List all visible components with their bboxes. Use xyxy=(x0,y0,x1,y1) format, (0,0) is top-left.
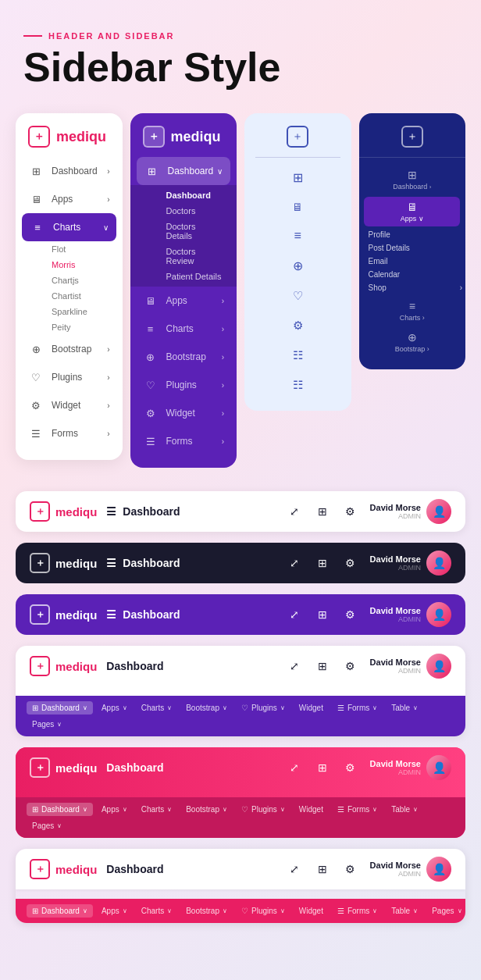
sidebar1-widget[interactable]: ⚙ Widget › xyxy=(16,391,123,419)
grid-icon-5[interactable]: ⊞ xyxy=(312,757,333,778)
settings-icon-6[interactable]: ⚙ xyxy=(340,859,361,879)
sidebar1-dashboard[interactable]: ⊞ Dashboard › xyxy=(16,157,123,185)
grid-icon-4[interactable]: ⊞ xyxy=(312,656,333,676)
logo-icon-4: ＋ xyxy=(401,126,423,148)
sidebar3-icon-forms2[interactable]: ☷ xyxy=(287,372,309,398)
sub-patient-details[interactable]: Patient Details xyxy=(130,269,237,287)
sub-peity[interactable]: Peity xyxy=(52,319,123,335)
sub-calendar[interactable]: Calendar xyxy=(365,268,466,281)
sidebar3-icon-forms1[interactable]: ☷ xyxy=(287,342,309,369)
subnav6-table[interactable]: Table ∨ xyxy=(386,904,423,918)
sidebar1-charts[interactable]: ≡ Charts ∨ xyxy=(22,213,116,241)
avatar-6[interactable]: 👤 xyxy=(426,857,451,882)
avatar-1[interactable]: 👤 xyxy=(426,499,451,524)
subnav4-dashboard[interactable]: ⊞ Dashboard ∨ xyxy=(27,701,93,715)
subnav5-bootstrap[interactable]: Bootstrap ∨ xyxy=(180,803,233,816)
subnav6-charts[interactable]: Charts ∨ xyxy=(136,904,177,918)
sub-shop[interactable]: Shop› xyxy=(365,281,466,294)
settings-icon-5[interactable]: ⚙ xyxy=(340,757,361,778)
sub-chartjs[interactable]: Chartjs xyxy=(52,273,123,288)
sidebar2-apps[interactable]: 🖥 Apps › xyxy=(130,287,237,315)
subnav4-bootstrap[interactable]: Bootstrap ∨ xyxy=(180,701,233,715)
navbar-split: ＋ mediqu Dashboard ⤢ ⊞ ⚙ David Morse ADM… xyxy=(16,849,465,923)
sidebar2-plugins[interactable]: ♡ Plugins › xyxy=(130,371,237,399)
avatar-2[interactable]: 👤 xyxy=(426,551,451,576)
expand-icon-5[interactable]: ⤢ xyxy=(284,757,305,778)
apps-icon-2: 🖥 xyxy=(143,293,159,308)
nav6-user: David Morse ADMIN 👤 xyxy=(370,857,451,882)
sub-flot[interactable]: Flot xyxy=(52,241,123,257)
expand-icon-2[interactable]: ⤢ xyxy=(284,553,305,573)
subnav6-forms[interactable]: ☰ Forms ∨ xyxy=(332,904,383,918)
settings-icon-3[interactable]: ⚙ xyxy=(340,604,361,625)
sidebar3-icon-bootstrap[interactable]: ⊕ xyxy=(287,252,309,280)
subnav5-dashboard[interactable]: ⊞ Dashboard ∨ xyxy=(27,803,93,816)
sidebar1-apps[interactable]: 🖥 Apps › xyxy=(16,185,123,213)
nav2-menu-icon: ☰ xyxy=(106,557,116,569)
subnav4-table[interactable]: Table ∨ xyxy=(386,701,423,715)
expand-icon-1[interactable]: ⤢ xyxy=(284,501,305,522)
subnav6-plugins[interactable]: ♡ Plugins ∨ xyxy=(236,904,290,918)
subnav5-forms[interactable]: ☰ Forms ∨ xyxy=(332,803,383,816)
sidebar3-icon-plugins[interactable]: ♡ xyxy=(287,283,309,309)
grid-icon-6[interactable]: ⊞ xyxy=(312,859,333,879)
sub-post-details[interactable]: Post Details xyxy=(365,241,466,255)
expand-icon-6[interactable]: ⤢ xyxy=(284,859,305,879)
sub-dashboard[interactable]: Dashboard xyxy=(130,185,237,203)
subnav4-apps[interactable]: Apps ∨ xyxy=(96,701,133,715)
subnav4-plugins[interactable]: ♡ Plugins ∨ xyxy=(236,701,290,715)
sidebar3-icon-widget[interactable]: ⚙ xyxy=(287,312,309,339)
settings-icon-4[interactable]: ⚙ xyxy=(340,656,361,676)
sidebar2-charts[interactable]: ≡ Charts › xyxy=(130,315,237,343)
subnav5-plugins[interactable]: ♡ Plugins ∨ xyxy=(236,803,290,816)
subnav5-widget[interactable]: Widget xyxy=(294,803,329,816)
sidebar4-bootstrap[interactable]: ⊕ Bootstrap › xyxy=(364,327,460,357)
nav4-user-info: David Morse ADMIN xyxy=(370,657,421,675)
sub-sparkline[interactable]: Sparkline xyxy=(52,304,123,319)
subnav4-widget[interactable]: Widget xyxy=(294,701,329,715)
settings-icon-1[interactable]: ⚙ xyxy=(340,501,361,522)
sub-morris[interactable]: Morris xyxy=(52,257,123,273)
subnav4-charts[interactable]: Charts ∨ xyxy=(136,701,177,715)
sidebar4-charts[interactable]: ≡ Charts › xyxy=(364,296,460,326)
sidebar2-forms[interactable]: ☰ Forms › xyxy=(130,427,237,455)
sidebar3-icon-dashboard[interactable]: ⊞ xyxy=(287,164,309,191)
sub-chartist[interactable]: Chartist xyxy=(52,288,123,304)
sub-profile[interactable]: Profile xyxy=(365,228,466,241)
sidebar3-icon-charts[interactable]: ≡ xyxy=(288,223,308,249)
sub-email[interactable]: Email xyxy=(365,255,466,268)
grid-icon-2[interactable]: ⊞ xyxy=(312,553,333,573)
subnav4-pages[interactable]: Pages ∨ xyxy=(27,718,67,731)
sidebar4-apps-active[interactable]: 🖥 Apps ∨ xyxy=(364,197,460,226)
subnav6-dashboard[interactable]: ⊞ Dashboard ∨ xyxy=(27,904,93,918)
sidebar2-widget[interactable]: ⚙ Widget › xyxy=(130,399,237,427)
subnav6-bootstrap[interactable]: Bootstrap ∨ xyxy=(180,904,233,918)
subnav5-charts[interactable]: Charts ∨ xyxy=(136,803,177,816)
expand-icon-3[interactable]: ⤢ xyxy=(284,604,305,625)
sidebar3-icon-apps[interactable]: 🖥 xyxy=(286,194,309,219)
subnav5-apps[interactable]: Apps ∨ xyxy=(96,803,133,816)
sub-doctors[interactable]: Doctors xyxy=(130,203,237,219)
subnav6-pages[interactable]: Pages ∨ xyxy=(426,904,465,918)
sidebar2-bootstrap[interactable]: ⊕ Bootstrap › xyxy=(130,343,237,371)
sub-doctors-review[interactable]: Doctors Review xyxy=(130,244,237,269)
subnav6-apps[interactable]: Apps ∨ xyxy=(96,904,133,918)
subnav5-table[interactable]: Table ∨ xyxy=(386,803,423,816)
sidebar1-plugins[interactable]: ♡ Plugins › xyxy=(16,363,123,391)
grid-icon-1[interactable]: ⊞ xyxy=(312,501,333,522)
sidebar2-dashboard[interactable]: ⊞ Dashboard ∨ xyxy=(137,157,231,185)
avatar-4[interactable]: 👤 xyxy=(426,654,451,679)
avatar-3[interactable]: 👤 xyxy=(426,602,451,627)
subnav5-pages[interactable]: Pages ∨ xyxy=(27,819,67,832)
subnav6-widget[interactable]: Widget xyxy=(294,904,329,918)
grid-icon-3[interactable]: ⊞ xyxy=(312,604,333,625)
sub-doctors-details[interactable]: Doctors Details xyxy=(130,219,237,244)
settings-icon-2[interactable]: ⚙ xyxy=(340,553,361,573)
nav1-logo: ＋ mediqu xyxy=(30,501,97,522)
sidebar4-dashboard[interactable]: ⊞ Dashboard › xyxy=(393,164,431,195)
sidebar1-bootstrap[interactable]: ⊕ Bootstrap › xyxy=(16,335,123,363)
avatar-5[interactable]: 👤 xyxy=(426,755,451,780)
sidebar1-forms[interactable]: ☰ Forms › xyxy=(16,419,123,447)
subnav4-forms[interactable]: ☰ Forms ∨ xyxy=(332,701,383,715)
expand-icon-4[interactable]: ⤢ xyxy=(284,656,305,676)
